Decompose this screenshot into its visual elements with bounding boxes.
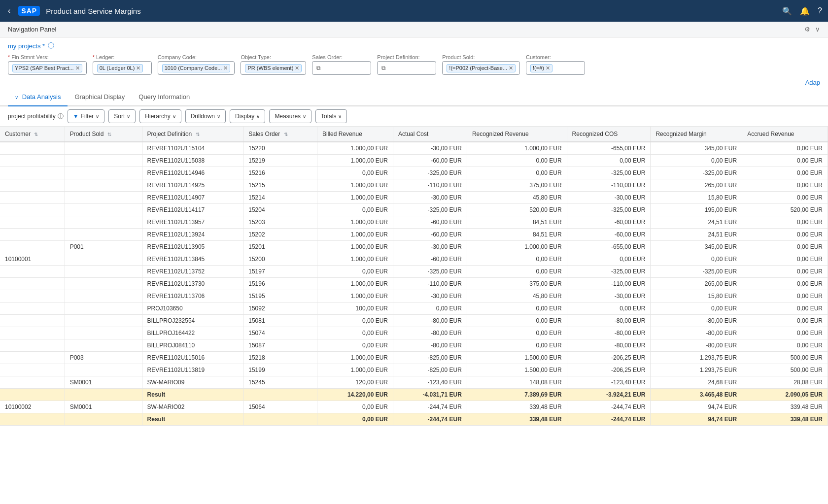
tab-data-analysis[interactable]: ∨ Data Analysis <box>8 88 68 106</box>
table-cell: 24,51 EUR <box>651 216 742 229</box>
table-cell: 339,48 EUR <box>467 401 567 413</box>
filter-button[interactable]: ▼ Filter ∨ <box>68 109 105 123</box>
table-cell: 1.000,00 EUR <box>317 216 393 229</box>
profitability-info-icon[interactable]: ⓘ <box>58 112 64 121</box>
table-cell: 520,00 EUR <box>467 204 567 216</box>
col-recognized-margin[interactable]: Recognized Margin <box>651 127 742 142</box>
col-customer[interactable]: Customer ⇅ <box>0 127 65 142</box>
table-row: P003REVRE1102U115016152181.000,00 EUR-82… <box>0 352 828 364</box>
collapse-icon[interactable]: ∨ <box>815 26 820 33</box>
drilldown-button[interactable]: Drilldown ∨ <box>185 109 226 123</box>
table-cell: 15204 <box>243 204 317 216</box>
table-cell: 339,48 EUR <box>467 413 567 426</box>
table-cell: -325,00 EUR <box>651 167 742 179</box>
table-cell: -325,00 EUR <box>567 167 651 179</box>
company-code-field: Company Code: 1010 (Company Code...✕ <box>158 54 235 75</box>
table-cell <box>0 155 65 167</box>
table-cell: 45,80 EUR <box>467 290 567 302</box>
company-code-input[interactable]: 1010 (Company Code...✕ <box>158 61 235 75</box>
table-cell: -110,00 EUR <box>393 179 467 192</box>
table-cell: 0,00 EUR <box>467 327 567 339</box>
table-cell: 10100002 <box>0 401 65 413</box>
table-cell: REVRE1102U115104 <box>142 142 243 155</box>
col-recognized-cos[interactable]: Recognized COS <box>567 127 651 142</box>
table-cell: 0,00 EUR <box>742 315 828 327</box>
page-title: Product and Service Margins <box>46 7 776 15</box>
object-type-input[interactable]: PR (WBS element)✕ <box>241 61 306 75</box>
table-cell: -30,00 EUR <box>567 290 651 302</box>
totals-chevron-icon: ∨ <box>338 114 342 119</box>
col-actual-cost[interactable]: Actual Cost <box>393 127 467 142</box>
table-cell: 195,00 EUR <box>651 204 742 216</box>
table-cell <box>65 155 142 167</box>
notification-icon[interactable]: 🔔 <box>800 6 810 16</box>
table-cell: 345,00 EUR <box>651 241 742 253</box>
my-projects-info-icon[interactable]: ⓘ <box>48 41 54 50</box>
table-cell: 0,00 EUR <box>467 315 567 327</box>
adapt-link[interactable]: Adap <box>0 77 828 88</box>
table-cell: 1.000,00 EUR <box>317 364 393 376</box>
table-row: REVRE1102U113730151961.000,00 EUR-110,00… <box>0 278 828 290</box>
table-row: BILLPROJ084110150870,00 EUR-80,00 EUR0,0… <box>0 339 828 352</box>
table-cell: 2.090,05 EUR <box>742 389 828 401</box>
table-cell: 1.000,00 EUR <box>317 290 393 302</box>
table-row: REVRE1102U114907152141.000,00 EUR-30,00 … <box>0 192 828 204</box>
table-cell: 0,00 EUR <box>467 302 567 315</box>
table-cell: 15197 <box>243 266 317 278</box>
table-cell: -244,74 EUR <box>393 401 467 413</box>
col-billed-revenue[interactable]: Billed Revenue <box>317 127 393 142</box>
measures-button[interactable]: Measures ∨ <box>269 109 311 123</box>
gear-icon[interactable]: ⚙ <box>804 26 810 33</box>
table-cell: 0,00 EUR <box>467 167 567 179</box>
table-cell: 45,80 EUR <box>467 192 567 204</box>
table-cell: REVRE1102U114117 <box>142 204 243 216</box>
product-sold-label: Product Sold: <box>442 54 520 60</box>
tab-query-information[interactable]: Query Information <box>132 88 197 106</box>
ledger-input[interactable]: 0L (Ledger 0L)✕ <box>93 61 152 75</box>
table-row: BILLPROJ232554150810,00 EUR-80,00 EUR0,0… <box>0 315 828 327</box>
table-row: PROJ10365015092100,00 EUR0,00 EUR0,00 EU… <box>0 302 828 315</box>
table-cell: 100,00 EUR <box>317 302 393 315</box>
back-button[interactable]: ‹ <box>6 4 12 17</box>
table-cell: -80,00 EUR <box>567 339 651 352</box>
table-cell <box>65 364 142 376</box>
fin-stmnt-vers-token: YPS2 (SAP Best Pract...✕ <box>12 64 82 72</box>
table-cell: -325,00 EUR <box>567 266 651 278</box>
tab-graphical-display[interactable]: Graphical Display <box>68 88 132 106</box>
table-cell: 339,48 EUR <box>742 413 828 426</box>
drilldown-chevron-icon: ∨ <box>217 114 220 119</box>
col-accrued-revenue[interactable]: Accrued Revenue <box>742 127 828 142</box>
table-cell: -30,00 EUR <box>567 192 651 204</box>
sales-order-open-icon[interactable]: ⧉ <box>316 65 321 71</box>
fin-stmnt-vers-input[interactable]: YPS2 (SAP Best Pract...✕ <box>8 61 87 75</box>
table-cell: Result <box>142 413 243 426</box>
col-product-sold[interactable]: Product Sold ⇅ <box>65 127 142 142</box>
table-cell <box>0 266 65 278</box>
help-icon[interactable]: ? <box>818 6 822 16</box>
sort-button[interactable]: Sort ∨ <box>108 109 136 123</box>
project-definition-input[interactable]: ⧉ <box>377 61 436 75</box>
table-cell <box>65 302 142 315</box>
customer-input[interactable]: !(=#)✕ <box>526 61 585 75</box>
hierarchy-button[interactable]: Hierarchy ∨ <box>139 109 181 123</box>
table-cell <box>0 376 65 389</box>
object-type-label: Object Type: <box>241 54 306 60</box>
project-definition-open-icon[interactable]: ⧉ <box>381 65 386 71</box>
table-cell: REVRE1102U113706 <box>142 290 243 302</box>
sales-order-input[interactable]: ⧉ <box>312 61 371 75</box>
table-cell: 0,00 EUR <box>742 229 828 241</box>
table-row: REVRE1102U113752151970,00 EUR-325,00 EUR… <box>0 266 828 278</box>
totals-button[interactable]: Totals ∨ <box>315 109 347 123</box>
table-cell: -325,00 EUR <box>393 167 467 179</box>
display-button[interactable]: Display ∨ <box>230 109 265 123</box>
col-project-definition[interactable]: Project Definition ⇅ <box>142 127 243 142</box>
table-cell: 0,00 EUR <box>317 327 393 339</box>
product-sold-input[interactable]: !(=P002 (Project-Base...✕ <box>442 61 520 75</box>
table-cell: 339,48 EUR <box>742 401 828 413</box>
table-row: REVRE1102U114946152160,00 EUR-325,00 EUR… <box>0 167 828 179</box>
col-recognized-revenue[interactable]: Recognized Revenue <box>467 127 567 142</box>
table-cell: -123,40 EUR <box>393 376 467 389</box>
search-icon[interactable]: 🔍 <box>782 6 792 16</box>
col-sales-order[interactable]: Sales Order ⇅ <box>243 127 317 142</box>
table-cell: -325,00 EUR <box>651 266 742 278</box>
